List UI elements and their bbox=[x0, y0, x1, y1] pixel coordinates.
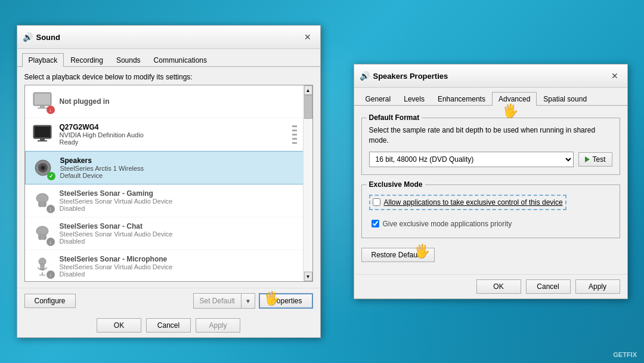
speakers-cancel-button[interactable]: Cancel bbox=[526, 279, 571, 294]
device-list: ↓ Not plugged in Q27G2WG4 bbox=[24, 85, 313, 282]
svg-rect-1 bbox=[35, 94, 50, 104]
format-row: 16 bit, 48000 Hz (DVD Quality) Test bbox=[369, 152, 612, 167]
set-default-button[interactable]: Set Default bbox=[193, 293, 241, 309]
restore-defaults-row: Restore Defaults bbox=[361, 248, 620, 262]
svg-rect-21 bbox=[41, 264, 44, 270]
device-name-monitor: Q27G2WG4 bbox=[60, 123, 292, 131]
svg-point-15 bbox=[43, 201, 47, 207]
sound-title: Sound bbox=[36, 33, 60, 42]
device-item-gaming[interactable]: ↓ SteelSeries Sonar - Gaming SteelSeries… bbox=[25, 184, 312, 217]
sound-dialog: 🔊 Sound ✕ Playback Recording Sounds Comm… bbox=[17, 25, 321, 338]
svg-rect-23 bbox=[39, 275, 45, 276]
exclusive-mode-group: Exclusive Mode Allow applications to tak… bbox=[361, 184, 620, 238]
down-arrow-chat: ↓ bbox=[47, 238, 55, 246]
speakers-title-left: 🔊 Speakers Properties bbox=[360, 71, 448, 81]
play-icon bbox=[585, 156, 590, 162]
speakers-title-bar: 🔊 Speakers Properties ✕ bbox=[354, 64, 627, 88]
svg-rect-2 bbox=[40, 106, 45, 107]
device-icon-monitor2 bbox=[30, 122, 55, 147]
device-name-speakers: Speakers bbox=[60, 156, 307, 165]
default-format-desc: Select the sample rate and bit depth to … bbox=[369, 125, 612, 146]
device-status-microphone: Disabled bbox=[60, 270, 308, 278]
sound-cancel-button[interactable]: Cancel bbox=[146, 318, 191, 333]
device-item-speakers[interactable]: ✓ Speakers SteelSeries Arctis 1 Wireless… bbox=[25, 151, 312, 184]
tab-sounds[interactable]: Sounds bbox=[110, 53, 147, 67]
device-status-speakers: Default Device bbox=[60, 172, 307, 179]
tab-recording[interactable]: Recording bbox=[64, 53, 110, 67]
device-info-microphone: SteelSeries Sonar - Microphone SteelSeri… bbox=[60, 255, 308, 278]
device-name-gaming: SteelSeries Sonar - Gaming bbox=[60, 189, 308, 198]
green-check-badge: ✓ bbox=[47, 172, 55, 180]
configure-button[interactable]: Configure bbox=[24, 294, 76, 308]
down-arrow-gaming: ↓ bbox=[47, 205, 55, 213]
default-properties-group: Set Default ▼ Properties bbox=[193, 293, 313, 309]
speakers-close-button[interactable]: ✕ bbox=[608, 69, 621, 82]
sound-action-buttons: Configure Set Default ▼ Properties bbox=[17, 288, 320, 313]
device-icon-speakers: ✓ bbox=[30, 155, 55, 180]
device-icon-chat: ↓ bbox=[30, 221, 55, 246]
svg-rect-3 bbox=[38, 107, 47, 109]
device-desc-microphone: SteelSeries Sonar Virtual Audio Device bbox=[60, 263, 308, 270]
speakers-apply-button[interactable]: Apply bbox=[575, 279, 620, 294]
playback-instruction: Select a playback device below to modify… bbox=[24, 73, 313, 81]
tab-enhancements[interactable]: Enhancements bbox=[431, 92, 492, 106]
sound-close-button[interactable]: ✕ bbox=[301, 30, 314, 44]
svg-point-18 bbox=[38, 234, 42, 240]
tab-general[interactable]: General bbox=[359, 92, 398, 106]
device-name-microphone: SteelSeries Sonar - Microphone bbox=[60, 255, 308, 263]
device-info-monitor: Q27G2WG4 NVIDIA High Definition Audio Re… bbox=[60, 123, 292, 146]
tab-levels[interactable]: Levels bbox=[397, 92, 431, 106]
device-info-gaming: SteelSeries Sonar - Gaming SteelSeries S… bbox=[60, 189, 308, 212]
sound-ok-button[interactable]: OK bbox=[97, 318, 141, 333]
device-desc-monitor: NVIDIA High Definition Audio bbox=[60, 131, 292, 139]
device-item-not-plugged[interactable]: ↓ Not plugged in bbox=[25, 85, 312, 118]
exclusive-checkbox1[interactable] bbox=[373, 198, 380, 206]
default-format-title: Default Format bbox=[367, 113, 422, 122]
scrollbar-thumb[interactable] bbox=[304, 95, 312, 119]
device-item-microphone[interactable]: ↓ SteelSeries Sonar - Microphone SteelSe… bbox=[25, 250, 312, 282]
tab-advanced[interactable]: Advanced bbox=[492, 92, 537, 106]
test-button-label: Test bbox=[592, 155, 605, 164]
default-format-group: Default Format Select the sample rate an… bbox=[361, 118, 620, 175]
red-arrow-badge: ↓ bbox=[47, 106, 55, 114]
speakers-ok-button[interactable]: OK bbox=[476, 279, 521, 294]
speakers-bottom-buttons: OK Cancel Apply bbox=[354, 274, 627, 299]
svg-rect-5 bbox=[35, 127, 50, 137]
format-select[interactable]: 16 bit, 48000 Hz (DVD Quality) bbox=[369, 152, 574, 167]
exclusive-checkbox2-label[interactable]: Give exclusive mode applications priorit… bbox=[383, 220, 512, 228]
title-bar-left: 🔊 Sound bbox=[23, 32, 60, 42]
device-status-monitor: Ready bbox=[60, 139, 292, 146]
device-status-gaming: Disabled bbox=[60, 205, 308, 212]
speakers-title: Speakers Properties bbox=[373, 72, 448, 81]
device-icon-microphone: ↓ bbox=[30, 254, 55, 279]
tab-communications[interactable]: Communications bbox=[147, 53, 213, 67]
speakers-tab-bar: General Levels Enhancements Advanced Spa… bbox=[354, 88, 627, 106]
tab-spatial-sound[interactable]: Spatial sound bbox=[537, 92, 593, 106]
scrollbar-up-button[interactable]: ▲ bbox=[304, 85, 312, 95]
exclusive-checkbox1-label[interactable]: Allow applications to take exclusive con… bbox=[384, 198, 563, 207]
svg-point-11 bbox=[42, 167, 44, 169]
scrollbar-track[interactable]: ▲ ▼ bbox=[303, 85, 312, 281]
device-item-chat[interactable]: ↓ SteelSeries Sonar - Chat SteelSeries S… bbox=[25, 217, 312, 250]
device-status-chat: Disabled bbox=[60, 238, 308, 245]
device-desc-gaming: SteelSeries Sonar Virtual Audio Device bbox=[60, 198, 308, 205]
tab-playback[interactable]: Playback bbox=[22, 53, 64, 67]
restore-defaults-button[interactable]: Restore Defaults bbox=[361, 248, 435, 262]
speakers-title-icon: 🔊 bbox=[360, 71, 370, 81]
svg-rect-6 bbox=[40, 139, 45, 140]
scrollbar-down-button[interactable]: ▼ bbox=[304, 272, 312, 281]
device-desc-speakers: SteelSeries Arctis 1 Wireless bbox=[60, 165, 307, 172]
device-icon-monitor1: ↓ bbox=[30, 89, 55, 114]
svg-point-14 bbox=[38, 201, 42, 207]
speakers-dialog: 🔊 Speakers Properties ✕ General Levels E… bbox=[354, 64, 628, 299]
set-default-dropdown[interactable]: ▼ bbox=[241, 293, 255, 309]
device-item-monitor[interactable]: Q27G2WG4 NVIDIA High Definition Audio Re… bbox=[25, 118, 312, 151]
exclusive-checkbox1-row[interactable]: Allow applications to take exclusive con… bbox=[369, 195, 566, 210]
test-button[interactable]: Test bbox=[578, 152, 612, 167]
exclusive-checkbox2[interactable] bbox=[371, 220, 379, 227]
sound-apply-button[interactable]: Apply bbox=[196, 318, 240, 333]
device-name-chat: SteelSeries Sonar - Chat bbox=[60, 222, 308, 230]
exclusive-checkbox2-row[interactable]: Give exclusive mode applications priorit… bbox=[369, 217, 612, 230]
properties-button[interactable]: Properties bbox=[259, 293, 313, 309]
sound-content: Select a playback device below to modify… bbox=[17, 67, 320, 288]
